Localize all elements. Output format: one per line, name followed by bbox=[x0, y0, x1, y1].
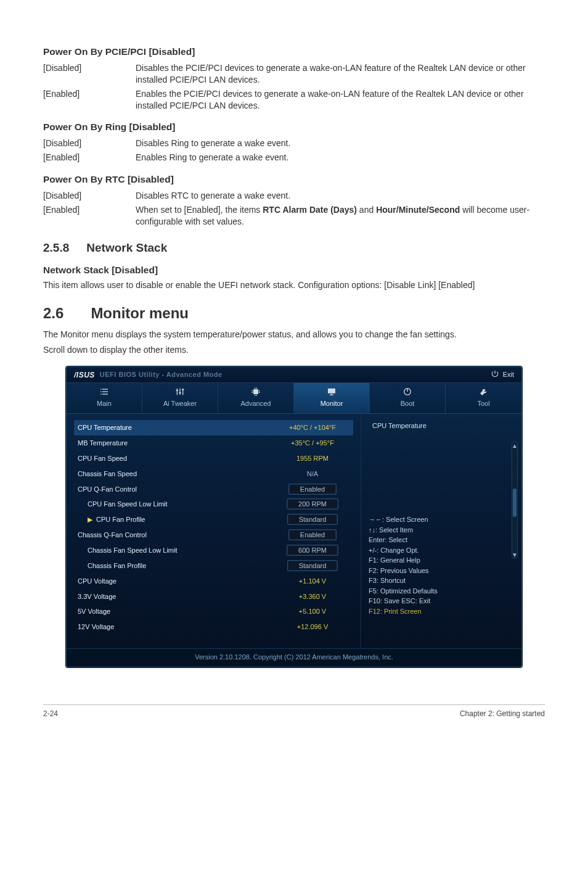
setting-value-box[interactable]: 600 RPM bbox=[287, 545, 338, 556]
svg-rect-21 bbox=[256, 395, 257, 396]
table-row: [Enabled] When set to [Enabled], the ite… bbox=[43, 203, 545, 229]
setting-row-cpu-fan-speed[interactable]: CPU Fan Speed 1955 RPM bbox=[74, 451, 353, 466]
chip-icon bbox=[250, 387, 261, 397]
opt-val: When set to [Enabled], the items RTC Ala… bbox=[136, 203, 545, 229]
table-power-rtc: [Disabled] Disables RTC to generate a wa… bbox=[43, 189, 545, 229]
svg-rect-15 bbox=[251, 392, 253, 393]
table-row: [Disabled] Disables the PCIE/PCI devices… bbox=[43, 61, 545, 87]
table-power-pcie: [Disabled] Disables the PCIE/PCI devices… bbox=[43, 61, 545, 113]
setting-label: CPU Voltage bbox=[78, 577, 116, 586]
svg-rect-22 bbox=[328, 389, 335, 394]
bios-window: /ISUS UEFI BIOS Utility - Advanced Mode … bbox=[66, 366, 522, 667]
bios-screenshot: /ISUS UEFI BIOS Utility - Advanced Mode … bbox=[66, 366, 522, 667]
svg-rect-7 bbox=[179, 389, 180, 395]
tab-tool[interactable]: Tool bbox=[446, 383, 521, 413]
bios-settings-list: CPU Temperature +40°C / +104°F MB Temper… bbox=[67, 414, 361, 648]
setting-row-chassis-fan-profile[interactable]: Chassis Fan Profile Standard bbox=[74, 558, 353, 574]
tab-main[interactable]: Main bbox=[67, 383, 142, 413]
heading-network-stack: 2.5.8 Network Stack bbox=[43, 240, 545, 256]
quick-help: →←: Select Screen ↑↓: Select Item Enter:… bbox=[369, 514, 514, 616]
setting-row-cpu-fan-profile[interactable]: ▶ CPU Fan Profile Standard bbox=[74, 512, 353, 527]
exit-button[interactable]: Exit bbox=[491, 369, 514, 381]
brand-logo: /ISUS bbox=[74, 370, 95, 380]
svg-rect-1 bbox=[102, 389, 108, 390]
scroll-up-icon[interactable]: ▲ bbox=[512, 442, 517, 449]
heading-text: Monitor menu bbox=[91, 303, 189, 323]
tab-advanced[interactable]: Advanced bbox=[218, 383, 294, 413]
power-icon bbox=[491, 369, 499, 381]
bios-mode-label: UEFI BIOS Utility - Advanced Mode bbox=[100, 370, 223, 379]
opt-key: [Disabled] bbox=[43, 61, 136, 87]
svg-rect-5 bbox=[102, 394, 108, 395]
setting-row-cpu-qfan[interactable]: CPU Q-Fan Control Enabled bbox=[74, 482, 353, 497]
list-icon bbox=[99, 387, 110, 397]
text: and bbox=[357, 205, 376, 215]
help-line: F1: General Help bbox=[369, 555, 514, 566]
opt-key: [Disabled] bbox=[43, 189, 136, 203]
setting-value-box[interactable]: Enabled bbox=[288, 484, 337, 495]
tab-label: Main bbox=[97, 399, 112, 408]
setting-row-chassis-qfan[interactable]: Chassis Q-Fan Control Enabled bbox=[74, 527, 353, 543]
opt-key: [Enabled] bbox=[43, 87, 136, 113]
setting-label: MB Temperature bbox=[78, 439, 128, 448]
table-row: [Enabled] Enables Ring to generate a wak… bbox=[43, 151, 545, 165]
bold-text: Hour/Minute/Second bbox=[376, 205, 460, 215]
table-power-ring: [Disabled] Disables Ring to generate a w… bbox=[43, 136, 545, 165]
setting-row-3v3[interactable]: 3.3V Voltage +3.360 V bbox=[74, 589, 353, 604]
heading-number: 2.5.8 bbox=[43, 240, 69, 256]
setting-row-chassis-fan-low[interactable]: Chassis Fan Speed Low Limit 600 RPM bbox=[74, 543, 353, 558]
tab-label: Monitor bbox=[321, 399, 343, 408]
opt-key: [Enabled] bbox=[43, 151, 136, 165]
bios-right-panel: CPU Temperature ▲ ▼ →←: Select Screen ↑↓… bbox=[361, 414, 521, 648]
setting-value: +3.360 V bbox=[276, 592, 349, 601]
setting-label: 12V Voltage bbox=[78, 622, 114, 632]
heading-net-stack-item: Network Stack [Disabled] bbox=[43, 264, 545, 277]
setting-value-box[interactable]: Enabled bbox=[288, 529, 337, 540]
tab-ai-tweaker[interactable]: Ai Tweaker bbox=[142, 383, 218, 413]
setting-row-mb-temp[interactable]: MB Temperature +35°C / +95°F bbox=[74, 435, 353, 451]
bios-tabs: Main Ai Tweaker Advanced Monitor Boot To… bbox=[67, 383, 521, 414]
heading-text: Network Stack bbox=[86, 240, 167, 256]
tab-boot[interactable]: Boot bbox=[370, 383, 446, 413]
tab-label: Boot bbox=[401, 399, 415, 408]
svg-rect-14 bbox=[251, 390, 253, 391]
svg-rect-3 bbox=[102, 392, 108, 392]
tab-label: Advanced bbox=[241, 399, 271, 408]
setting-value: N/A bbox=[276, 469, 349, 479]
setting-value: +1.104 V bbox=[276, 577, 349, 586]
setting-row-cpu-voltage[interactable]: CPU Voltage +1.104 V bbox=[74, 574, 353, 589]
opt-key: [Enabled] bbox=[43, 203, 136, 229]
scroll-down-icon[interactable]: ▼ bbox=[512, 551, 517, 558]
setting-value: +5.100 V bbox=[276, 607, 349, 616]
scrollbar[interactable]: ▲ ▼ bbox=[512, 441, 518, 559]
help-line: F5: Optimized Defaults bbox=[369, 586, 514, 596]
scroll-thumb[interactable] bbox=[513, 489, 517, 517]
tab-monitor[interactable]: Monitor bbox=[294, 383, 370, 413]
power-small-icon bbox=[402, 387, 413, 397]
svg-rect-24 bbox=[330, 395, 334, 396]
setting-value-box[interactable]: Standard bbox=[287, 560, 338, 571]
setting-row-cpu-temp[interactable]: CPU Temperature +40°C / +104°F bbox=[74, 420, 353, 435]
heading-power-rtc: Power On By RTC [Disabled] bbox=[43, 173, 545, 186]
setting-row-chassis-fan-speed[interactable]: Chassis Fan Speed N/A bbox=[74, 466, 353, 482]
svg-rect-26 bbox=[407, 389, 407, 392]
setting-row-5v[interactable]: 5V Voltage +5.100 V bbox=[74, 604, 353, 619]
help-line: →←: Select Screen bbox=[369, 514, 514, 525]
svg-rect-6 bbox=[177, 389, 178, 395]
setting-row-cpu-fan-low[interactable]: CPU Fan Speed Low Limit 200 RPM bbox=[74, 497, 353, 512]
svg-rect-19 bbox=[256, 388, 257, 389]
setting-value-box[interactable]: 200 RPM bbox=[287, 498, 338, 510]
svg-rect-16 bbox=[259, 390, 260, 391]
svg-rect-23 bbox=[330, 394, 333, 395]
text: When set to [Enabled], the items bbox=[136, 205, 263, 215]
setting-row-12v[interactable]: 12V Voltage +12.096 V bbox=[74, 619, 353, 635]
help-line: F12: Print Screen bbox=[369, 606, 514, 617]
svg-rect-10 bbox=[179, 393, 181, 394]
svg-rect-18 bbox=[255, 388, 255, 389]
setting-value-box[interactable]: Standard bbox=[287, 514, 338, 525]
svg-rect-4 bbox=[100, 394, 101, 395]
heading-monitor-menu: 2.6 Monitor menu bbox=[43, 303, 545, 323]
help-line: F3: Shortcut bbox=[369, 576, 514, 586]
page-footer: 2-24 Chapter 2: Getting started bbox=[43, 704, 545, 719]
svg-rect-9 bbox=[176, 390, 178, 391]
